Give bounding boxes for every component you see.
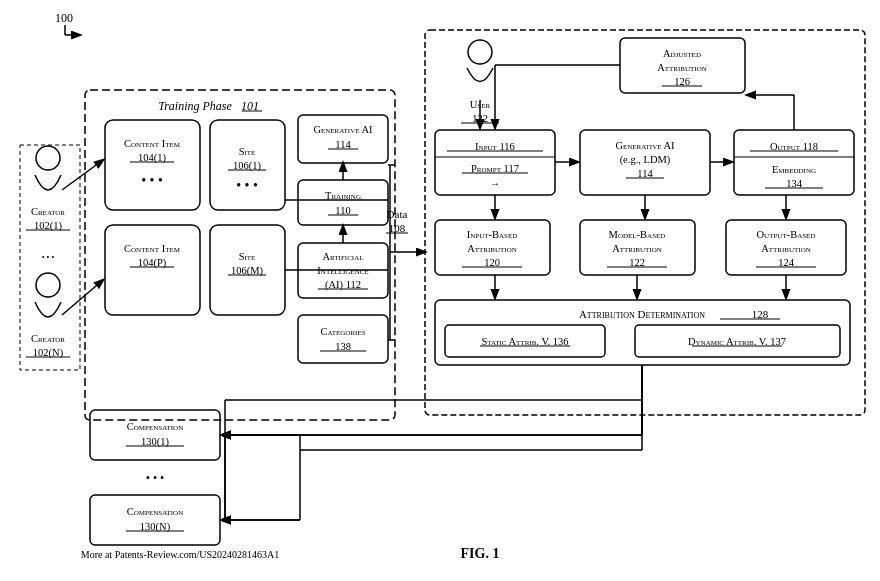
output-label: Output 118 bbox=[770, 141, 818, 152]
fig-title: FIG. 1 bbox=[461, 546, 500, 561]
site-m-label: Site bbox=[239, 251, 256, 262]
ai-label-1: Artificial bbox=[323, 251, 364, 262]
categories-box bbox=[298, 315, 388, 363]
user-head bbox=[468, 40, 492, 64]
creator-1-head bbox=[36, 146, 60, 170]
model-based-ref: 122 bbox=[629, 257, 645, 268]
embedding-label: Embedding bbox=[772, 164, 816, 175]
training-box bbox=[298, 180, 388, 225]
content-item-p-box bbox=[105, 225, 200, 315]
model-based-label-2: Attribution bbox=[612, 243, 662, 254]
creator-dots: • • • bbox=[42, 253, 55, 262]
compensation-1-box bbox=[90, 410, 220, 460]
categories-label: Categories bbox=[320, 326, 365, 337]
adj-attrib-label-2: Attribution bbox=[657, 62, 707, 73]
site-1-label: Site bbox=[239, 146, 256, 157]
gen-ai-main-label-2: (e.g., LDM) bbox=[620, 154, 671, 166]
prompt-arrow: → bbox=[490, 178, 500, 189]
content-item-dots-1: • • • bbox=[141, 173, 163, 188]
adj-attrib-ref: 126 bbox=[674, 76, 690, 87]
comp-dots: • • • bbox=[146, 471, 165, 485]
creator1-to-content1-arrow bbox=[62, 160, 103, 190]
content-item-p-label: Content Item bbox=[124, 243, 181, 254]
content-item-1-label: Content Item bbox=[124, 138, 181, 149]
embedding-ref: 134 bbox=[786, 178, 803, 189]
input-based-label-1: Input-Based bbox=[467, 229, 518, 240]
attr-det-label: Attribution Determination bbox=[579, 308, 705, 320]
creator-1-body bbox=[35, 175, 61, 190]
attr-det-ref: 128 bbox=[752, 308, 769, 320]
input-based-ref: 120 bbox=[484, 257, 500, 268]
gen-ai-train-ref: 114 bbox=[335, 139, 351, 150]
gen-ai-train-label: Generative AI bbox=[313, 124, 373, 135]
footer-text: More at Patents-Review.com/US20240281463… bbox=[81, 549, 280, 560]
creator-n-body bbox=[35, 302, 61, 317]
creator-n-label: Creator bbox=[31, 333, 65, 344]
fig-ref-100: 100 bbox=[55, 11, 73, 25]
creatorn-to-contentp-arrow bbox=[62, 280, 103, 315]
creator-n-head bbox=[36, 273, 60, 297]
site-dots-1: • • • bbox=[236, 178, 258, 193]
diagram-container: 100 Training Phase 101 Content Item 104(… bbox=[0, 0, 880, 581]
prompt-label: Prompt 117 bbox=[471, 163, 519, 174]
adj-attrib-label-1: Adjusted bbox=[663, 48, 701, 59]
gen-ai-main-ref: 114 bbox=[637, 168, 653, 179]
output-based-ref: 124 bbox=[778, 257, 795, 268]
creator-1-label: Creator bbox=[31, 206, 65, 217]
gen-ai-main-label-1: Generative AI bbox=[615, 140, 675, 151]
training-ref: 110 bbox=[335, 205, 350, 216]
input-label: Input 116 bbox=[475, 141, 515, 152]
compensation-n-box bbox=[90, 495, 220, 545]
input-based-label-2: Attribution bbox=[467, 243, 517, 254]
training-phase-label: Training Phase bbox=[158, 99, 232, 113]
categories-ref: 138 bbox=[335, 341, 351, 352]
content-item-1-box bbox=[105, 120, 200, 210]
comp-1-label: Compensation bbox=[127, 421, 183, 432]
output-based-label-1: Output-Based bbox=[757, 229, 816, 240]
static-attrib-label: Static Attrib. V. 136 bbox=[481, 336, 568, 347]
model-based-label-1: Model-Based bbox=[609, 229, 666, 240]
user-body bbox=[467, 68, 493, 82]
data-ref: 108 bbox=[389, 222, 406, 234]
dynamic-attrib-label: Dynamic Attrib. V. 137 bbox=[688, 336, 786, 347]
output-based-label-2: Attribution bbox=[761, 243, 811, 254]
comp-n-label: Compensation bbox=[127, 506, 183, 517]
